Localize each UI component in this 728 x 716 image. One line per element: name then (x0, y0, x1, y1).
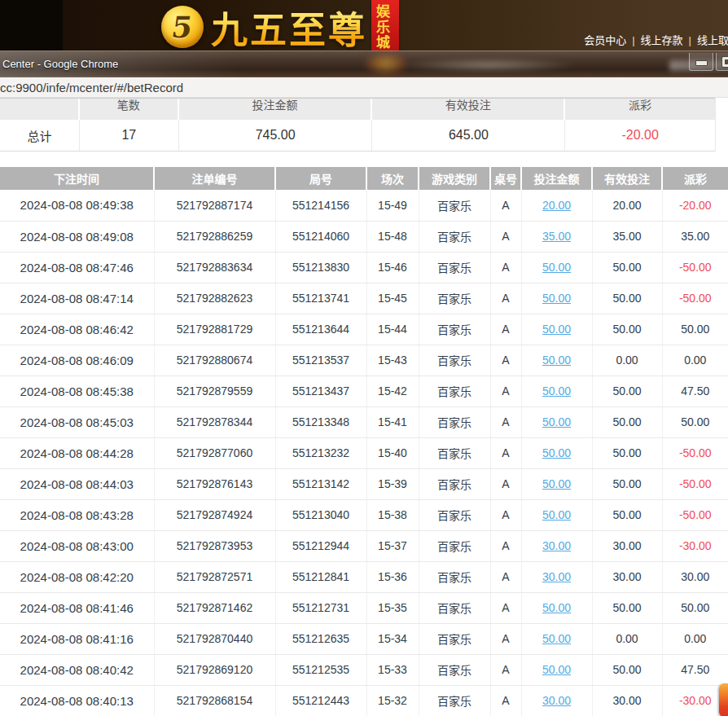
cell-order-number: 521792870440 (154, 623, 275, 654)
cell-game-type: 百家乐 (419, 437, 490, 468)
cell-order-number: 521792874924 (154, 499, 275, 530)
logo-coin-icon: 5 (161, 6, 204, 48)
cell-bet-time: 2024-08-08 08:42:20 (0, 561, 154, 592)
bet-amount-link[interactable]: 50.00 (542, 323, 571, 336)
summary-table: 笔数投注金额有效投注派彩 总计 17 745.00 645.00 -20.00 (0, 98, 716, 152)
cell-session: 15-37 (366, 530, 419, 561)
cell-valid-bet: 20.00 (592, 190, 662, 221)
bet-amount-link[interactable]: 50.00 (542, 354, 571, 367)
cell-table-number: A (490, 623, 521, 654)
cell-table-number: A (490, 345, 521, 376)
bet-amount-link[interactable]: 30.00 (542, 694, 571, 707)
bet-amount-link[interactable]: 50.00 (542, 663, 571, 676)
cell-round-number: 551213537 (275, 345, 366, 376)
bet-amount-link[interactable]: 50.00 (542, 292, 571, 305)
cell-payout: 47.50 (662, 654, 728, 685)
bet-table-body: 2024-08-08 08:49:38521792887174551214156… (0, 190, 728, 716)
column-header: 局号 (275, 167, 366, 190)
bet-amount-link[interactable]: 20.00 (542, 199, 571, 212)
table-row: 2024-08-08 08:46:09521792880674551213537… (0, 345, 728, 376)
cell-valid-bet: 50.00 (592, 314, 662, 345)
table-row: 2024-08-08 08:46:42521792881729551213644… (0, 314, 728, 345)
bet-amount-link[interactable]: 50.00 (542, 446, 571, 459)
cell-round-number: 551213040 (275, 499, 366, 530)
maximize-button[interactable] (716, 53, 728, 71)
site-logo: 5 九五至尊 (161, 3, 367, 51)
bet-amount-link[interactable]: 50.00 (542, 477, 571, 490)
bet-amount-link[interactable]: 30.00 (542, 539, 571, 552)
maximize-icon (722, 57, 728, 67)
cell-game-type: 百家乐 (419, 190, 490, 221)
bet-table-header-row: 下注时间注单编号局号场次游戏类别桌号投注金额有效投注派彩 (0, 167, 728, 190)
nav-online-deposit[interactable]: 线上存款 (641, 34, 683, 46)
cell-session: 15-39 (366, 468, 419, 499)
cell-game-type: 百家乐 (419, 685, 490, 716)
cell-bet-amount: 50.00 (521, 345, 592, 376)
address-url: cc:9900/infe/mcenter/#/betRecord (0, 81, 183, 94)
summary-header-row: 笔数投注金额有效投注派彩 (0, 98, 715, 120)
bet-amount-link[interactable]: 30.00 (542, 570, 571, 583)
table-row: 2024-08-08 08:45:38521792879559551213437… (0, 376, 728, 406)
cell-round-number: 551212841 (275, 561, 366, 592)
cell-round-number: 551213741 (275, 283, 366, 314)
table-row: 2024-08-08 08:42:20521792872571551212841… (0, 561, 728, 592)
column-header: 桌号 (490, 167, 521, 190)
cell-session: 15-48 (366, 221, 419, 252)
column-header: 注单编号 (154, 167, 275, 190)
cell-bet-amount: 50.00 (521, 283, 592, 314)
bet-amount-link[interactable]: 50.00 (542, 384, 571, 398)
bet-amount-link[interactable]: 50.00 (542, 415, 571, 428)
table-row: 2024-08-08 08:43:28521792874924551213040… (0, 499, 728, 530)
cell-session: 15-45 (366, 283, 419, 314)
cell-order-number: 521792868154 (154, 685, 275, 716)
window-title: Center - Google Chrome (2, 58, 118, 70)
cell-order-number: 521792878344 (154, 406, 275, 437)
cell-round-number: 551212944 (275, 530, 366, 561)
summary-column-header: 投注金额 (179, 99, 373, 120)
bet-amount-link[interactable]: 50.00 (542, 261, 571, 274)
cell-bet-time: 2024-08-08 08:44:03 (0, 468, 154, 499)
table-row: 2024-08-08 08:44:28521792877060551213232… (0, 437, 728, 468)
table-row: 2024-08-08 08:41:46521792871462551212731… (0, 592, 728, 623)
cell-valid-bet: 35.00 (592, 221, 662, 252)
bet-amount-link[interactable]: 50.00 (542, 508, 571, 521)
cell-payout: -20.00 (662, 190, 728, 221)
column-header: 游戏类别 (419, 167, 490, 190)
minimize-button[interactable] (689, 53, 713, 71)
bet-amount-link[interactable]: 50.00 (542, 632, 571, 645)
cell-payout: -50.00 (662, 283, 728, 314)
table-row: 2024-08-08 08:49:38521792887174551214156… (0, 190, 728, 221)
table-row: 2024-08-08 08:49:08521792886259551214060… (0, 221, 728, 252)
table-row: 2024-08-08 08:45:03521792878344551213348… (0, 406, 728, 437)
summary-payout: -20.00 (565, 120, 715, 151)
bet-table-head: 下注时间注单编号局号场次游戏类别桌号投注金额有效投注派彩 (0, 167, 728, 190)
cell-table-number: A (490, 283, 521, 314)
floating-service-widget[interactable] (719, 683, 728, 716)
bet-amount-link[interactable]: 50.00 (542, 601, 571, 614)
nav-separator: | (689, 34, 691, 46)
cell-order-number: 521792882623 (154, 283, 275, 314)
address-bar[interactable]: cc:9900/infe/mcenter/#/betRecord (0, 77, 728, 98)
cell-payout: 50.00 (662, 406, 728, 437)
nav-online-withdraw[interactable]: 线上取 (697, 34, 728, 46)
cell-bet-amount: 30.00 (521, 561, 592, 592)
cell-round-number: 551214060 (275, 221, 366, 252)
cell-order-number: 521792880674 (154, 345, 275, 376)
column-header: 派彩 (662, 167, 728, 190)
cell-order-number: 521792877060 (154, 437, 275, 468)
cell-round-number: 551212443 (275, 685, 366, 716)
logo-title: 九五至尊 (211, 1, 367, 54)
logo-coin-digit: 5 (170, 10, 195, 44)
cell-bet-time: 2024-08-08 08:41:16 (0, 623, 154, 654)
window-title-bar[interactable]: Center - Google Chrome (0, 51, 728, 77)
cell-session: 15-36 (366, 561, 419, 592)
cell-game-type: 百家乐 (419, 530, 490, 561)
cell-game-type: 百家乐 (419, 499, 490, 530)
cell-table-number: A (490, 252, 521, 283)
summary-total-row: 总计 17 745.00 645.00 -20.00 (0, 120, 715, 152)
cell-table-number: A (490, 592, 521, 623)
table-row: 2024-08-08 08:47:46521792883634551213830… (0, 252, 728, 283)
cell-game-type: 百家乐 (419, 561, 490, 592)
nav-member-center[interactable]: 会员中心 (584, 34, 626, 46)
bet-amount-link[interactable]: 35.00 (542, 230, 571, 243)
